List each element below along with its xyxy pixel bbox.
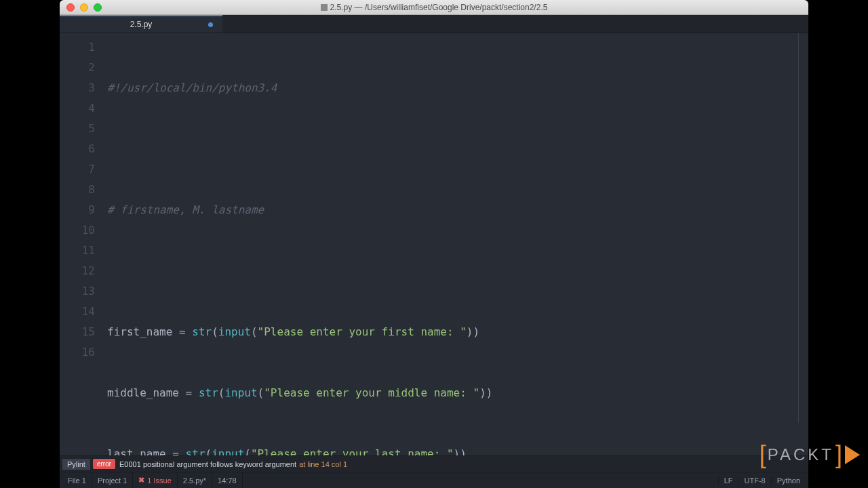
status-bar: File 1 Project 1 ✖1 Issue 2.5.py* 14:78 … (60, 472, 808, 488)
lint-provider-badge: Pylint (62, 459, 90, 470)
status-line-ending[interactable]: LF (718, 476, 738, 485)
window-title: 2.5.py — /Users/williamfiset/Google Driv… (60, 3, 808, 12)
status-encoding[interactable]: UTF-8 (738, 476, 771, 485)
status-file-scope[interactable]: File 1 (62, 472, 92, 488)
tab-filename: 2.5.py (130, 20, 153, 29)
line-number-gutter: 1 2 3 4 5 6 7 8 9 10 11 12 13 14 15 16 (60, 33, 107, 455)
close-icon[interactable] (66, 3, 75, 12)
status-issues[interactable]: ✖1 Issue (133, 472, 177, 488)
editor-window: 2.5.py — /Users/williamfiset/Google Driv… (60, 0, 808, 488)
bottom-panel: Pylint error E0001 positional argument f… (60, 455, 808, 488)
maximize-icon[interactable] (94, 3, 102, 12)
tab-bar: 2.5.py (60, 15, 808, 33)
code-line: middle_name = str(input("Please enter yo… (107, 383, 808, 403)
titlebar: 2.5.py — /Users/williamfiset/Google Driv… (60, 0, 808, 15)
code-line (107, 261, 808, 281)
play-icon (845, 445, 860, 464)
linter-bar[interactable]: Pylint error E0001 positional argument f… (60, 455, 808, 472)
status-language[interactable]: Python (771, 476, 806, 485)
code-line: #!/usr/local/bin/python3.4 (107, 78, 808, 98)
lint-message: E0001 positional argument follows keywor… (119, 460, 296, 468)
lint-location: at line 14 col 1 (299, 460, 347, 468)
traffic-lights (60, 3, 102, 12)
minimize-icon[interactable] (80, 3, 88, 12)
lint-severity-badge: error (93, 459, 115, 469)
file-icon (321, 4, 328, 11)
code-line: last_name = str(input("Please enter your… (107, 444, 808, 455)
editor-area[interactable]: 1 2 3 4 5 6 7 8 9 10 11 12 13 14 15 16 #… (60, 33, 808, 455)
code-line: first_name = str(input("Please enter you… (107, 322, 808, 342)
status-cursor-position[interactable]: 14:78 (212, 472, 243, 488)
code-line: # firstname, M. lastname (107, 200, 808, 220)
tab-file[interactable]: 2.5.py (60, 15, 222, 33)
status-filename[interactable]: 2.5.py* (178, 472, 212, 488)
status-project-scope[interactable]: Project 1 (92, 472, 133, 488)
code-content[interactable]: #!/usr/local/bin/python3.4 # firstname, … (107, 33, 808, 455)
error-icon: ✖ (138, 476, 144, 485)
code-line (107, 139, 808, 159)
modified-indicator-icon (208, 22, 213, 27)
